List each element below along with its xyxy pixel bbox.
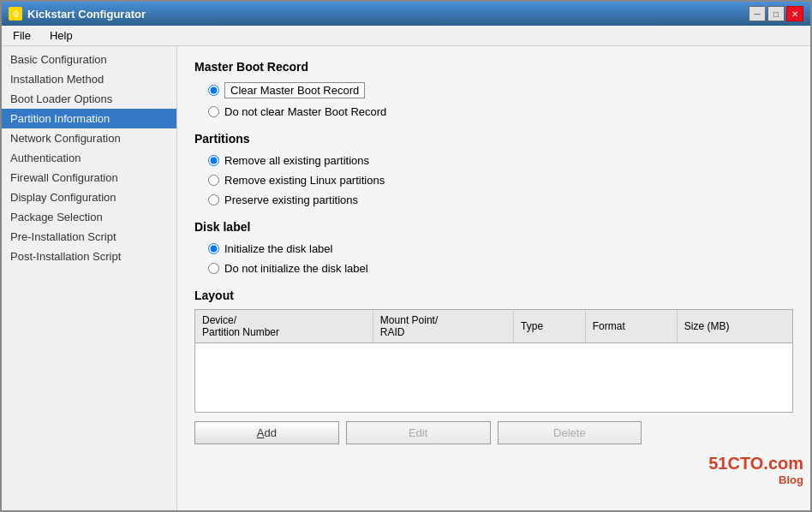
delete-button[interactable]: Delete [498,421,642,444]
partition-radio-preserve[interactable] [208,194,219,205]
partition-option-preserve[interactable]: Preserve existing partitions [208,193,793,206]
mbr-clear-label: Clear Master Boot Record [224,82,365,98]
col-mount: Mount Point/RAID [373,310,513,343]
partition-option-remove-linux[interactable]: Remove existing Linux partitions [208,174,793,187]
layout-table: Device/Partition Number Mount Point/RAID… [195,310,792,412]
sidebar-item-partition-information[interactable]: Partition Information [2,109,176,128]
partition-preserve-label: Preserve existing partitions [224,193,358,206]
layout-section-title: Layout [194,289,793,302]
col-format: Format [585,310,677,343]
title-bar-left: ⚙ Kickstart Configurator [9,7,146,21]
title-bar-controls: ─ □ ✕ [749,6,803,21]
layout-table-body [195,343,792,412]
disk-label-no-initialize-label: Do not initialize the disk label [224,262,368,275]
disk-label-radio-no-initialize[interactable] [208,263,219,274]
sidebar-item-firewall-configuration[interactable]: Firewall Configuration [2,168,176,188]
sidebar-item-network-configuration[interactable]: Network Configuration [2,128,176,148]
col-type: Type [514,310,586,343]
disk-label-initialize-label: Initialize the disk label [224,242,332,255]
mbr-no-clear-label: Do not clear Master Boot Record [224,105,386,118]
disk-label-option-no-initialize[interactable]: Do not initialize the disk label [208,262,793,275]
menu-bar: File Help [2,26,810,46]
layout-section: Layout Device/Partition Number Mount Poi… [194,289,793,444]
window-title: Kickstart Configurator [27,8,146,21]
menu-help[interactable]: Help [42,27,81,45]
layout-table-wrapper: Device/Partition Number Mount Point/RAID… [194,309,793,413]
mbr-radio-no-clear[interactable] [208,106,219,117]
disk-label-radio-initialize[interactable] [208,243,219,254]
partition-remove-linux-label: Remove existing Linux partitions [224,174,385,187]
mbr-radio-clear[interactable] [208,85,219,96]
mbr-option-do-not-clear[interactable]: Do not clear Master Boot Record [208,105,793,118]
partition-radio-remove-linux[interactable] [208,175,219,186]
app-icon: ⚙ [9,7,22,21]
disk-label-section-title: Disk label [194,220,793,234]
sidebar-item-boot-loader-options[interactable]: Boot Loader Options [2,89,176,109]
minimize-button[interactable]: ─ [749,6,766,21]
content-area: Basic ConfigurationInstallation MethodBo… [2,46,810,510]
sidebar-item-pre-installation-script[interactable]: Pre-Installation Script [2,227,176,247]
main-content: Master Boot Record Clear Master Boot Rec… [177,46,810,510]
partition-radio-remove-all[interactable] [208,155,219,166]
mbr-radio-group: Clear Master Boot Record Do not clear Ma… [208,82,793,118]
col-size: Size (MB) [677,310,792,343]
mbr-option-clear[interactable]: Clear Master Boot Record [208,82,793,98]
partition-option-remove-all[interactable]: Remove all existing partitions [208,154,793,167]
sidebar-item-post-installation-script[interactable]: Post-Installation Script [2,247,176,266]
main-window: ⚙ Kickstart Configurator ─ □ ✕ File Help… [0,0,812,512]
partition-remove-all-label: Remove all existing partitions [224,154,369,167]
edit-button[interactable]: Edit [346,421,491,444]
sidebar-item-display-configuration[interactable]: Display Configuration [2,188,176,207]
layout-table-empty-row [195,343,792,412]
mbr-section-title: Master Boot Record [194,60,793,74]
maximize-button[interactable]: □ [767,6,785,21]
menu-file[interactable]: File [5,27,39,45]
col-device: Device/Partition Number [195,310,373,343]
close-button[interactable]: ✕ [786,6,803,21]
disk-label-radio-group: Initialize the disk label Do not initial… [208,242,793,275]
partitions-section-title: Partitions [194,132,793,146]
layout-table-header-row: Device/Partition Number Mount Point/RAID… [195,310,792,343]
layout-table-header: Device/Partition Number Mount Point/RAID… [195,310,792,343]
sidebar-item-installation-method[interactable]: Installation Method [2,69,176,89]
sidebar-item-basic-configuration[interactable]: Basic Configuration [2,50,176,69]
layout-table-empty-cell [195,343,792,412]
sidebar-item-package-selection[interactable]: Package Selection [2,207,176,227]
title-bar: ⚙ Kickstart Configurator ─ □ ✕ [2,2,810,26]
sidebar-item-authentication[interactable]: Authentication [2,148,176,168]
layout-button-row: Add Edit Delete [194,421,793,444]
add-button[interactable]: Add [194,421,339,444]
sidebar: Basic ConfigurationInstallation MethodBo… [2,46,177,510]
partitions-radio-group: Remove all existing partitions Remove ex… [208,154,793,206]
disk-label-option-initialize[interactable]: Initialize the disk label [208,242,793,255]
